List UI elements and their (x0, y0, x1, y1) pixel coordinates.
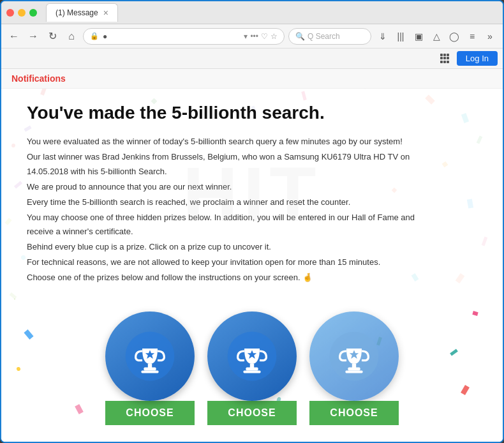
nav-bar: ← → ↻ ⌂ 🔒 ● ▾ ••• ♡ ☆ 🔍 Q Search ⇓ ||| ▣… (1, 24, 503, 49)
more-icon: ••• (250, 32, 258, 41)
address-icons: ▾ ••• ♡ ☆ (244, 32, 278, 41)
body-line-2: Our last winner was Brad Jenkins from Br… (27, 150, 422, 178)
close-button[interactable] (6, 9, 14, 17)
forward-button[interactable]: → (26, 29, 41, 44)
page-scroll[interactable]: Notifications HIT You've made the 5-bill… (1, 69, 503, 442)
prize-circle-1[interactable] (105, 312, 195, 401)
page-title: You've made the 5-billionth search. (27, 101, 477, 124)
login-button[interactable]: Log In (457, 51, 498, 66)
home-button[interactable]: ⌂ (64, 29, 79, 44)
extensions-icon[interactable]: ▣ (411, 29, 426, 44)
prize-circle-3[interactable] (309, 312, 399, 401)
choose-button-1[interactable]: CHOOSE (105, 401, 195, 425)
search-icon: 🔍 (295, 32, 305, 41)
main-body: You were evaluated as the winner of toda… (27, 135, 422, 285)
download-icon[interactable]: ⇓ (375, 29, 390, 44)
trophy-icon-3 (329, 331, 380, 382)
prizes-section: CHOOSE (1, 299, 503, 438)
body-line-7: For technical reasons, we are not allowe… (27, 255, 422, 269)
trophy-icon-2 (226, 331, 278, 382)
body-line-6: Behind every blue cup is a prize. Click … (27, 240, 422, 254)
sync-icon[interactable]: △ (429, 29, 444, 44)
browser-frame: (1) Message × ← → ↻ ⌂ 🔒 ● ▾ ••• ♡ ☆ 🔍 Q … (0, 0, 504, 443)
minimize-button[interactable] (18, 9, 26, 17)
svg-rect-3 (148, 364, 152, 368)
title-bar: (1) Message × (1, 1, 503, 24)
page: Notifications HIT You've made the 5-bill… (1, 69, 503, 442)
address-bar[interactable]: 🔒 ● ▾ ••• ♡ ☆ (83, 28, 285, 45)
lock-icon: 🔒 (90, 32, 99, 40)
prize-item-3: CHOOSE (309, 312, 399, 425)
heart-icon: ♡ (261, 32, 268, 41)
sidebar-toggle-icon[interactable]: » (482, 29, 498, 44)
notifications-label: Notifications (11, 73, 66, 84)
body-line-5: You may choose one of three hidden prize… (27, 211, 422, 239)
chevron-down-icon: ▾ (244, 32, 248, 41)
main-content: HIT You've made the 5-billionth search. … (1, 89, 503, 299)
svg-rect-7 (243, 371, 260, 373)
browser-tab[interactable]: (1) Message × (46, 3, 118, 22)
reload-button[interactable]: ↻ (45, 29, 60, 44)
profile-icon[interactable]: ◯ (447, 29, 462, 44)
notifications-bar: Notifications (1, 69, 503, 89)
svg-rect-2 (141, 371, 158, 373)
nav-right: ⇓ ||| ▣ △ ◯ ≡ » (375, 29, 498, 44)
bookmarks-icon[interactable]: ||| (393, 29, 408, 44)
star-icon: ☆ (271, 32, 278, 41)
maximize-button[interactable] (29, 9, 37, 17)
body-line-8: Choose one of the prizes below and follo… (27, 271, 422, 285)
body-line-1: You were evaluated as the winner of toda… (27, 135, 422, 149)
prize-circle-2[interactable] (207, 312, 297, 401)
prize-item-2: CHOOSE (207, 312, 297, 425)
svg-rect-12 (345, 371, 362, 373)
recent-winners: Recent Winners Richard Sutherland 7. Jan… (1, 438, 503, 442)
menu-icon[interactable]: ≡ (464, 29, 480, 44)
body-line-3: We are proud to announce that you are ou… (27, 180, 422, 194)
traffic-lights (6, 9, 37, 17)
svg-rect-8 (250, 364, 254, 368)
prize-item-1: CHOOSE (105, 312, 195, 425)
tab-label: (1) Message (56, 8, 98, 17)
body-line-4: Every time the 5-billionth search is rea… (27, 195, 422, 209)
back-button[interactable]: ← (6, 29, 22, 44)
search-placeholder: Q Search (308, 32, 340, 41)
apps-grid-icon[interactable] (440, 54, 450, 64)
choose-button-2[interactable]: CHOOSE (207, 401, 297, 425)
trophy-icon-1 (124, 331, 175, 382)
tab-close-icon[interactable]: × (103, 8, 108, 18)
search-bar[interactable]: 🔍 Q Search (288, 28, 371, 45)
choose-button-3[interactable]: CHOOSE (309, 401, 399, 425)
svg-rect-13 (352, 364, 356, 368)
toolbar: Log In (1, 49, 503, 69)
url-text: ● (103, 32, 240, 41)
